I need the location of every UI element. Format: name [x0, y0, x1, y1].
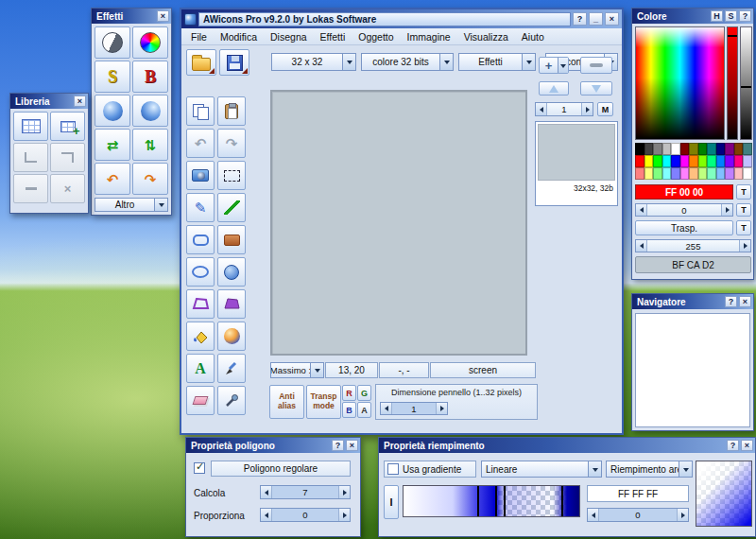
menu-oggetto[interactable]: Oggetto	[352, 29, 400, 44]
saturation-effect-button[interactable]: S	[94, 61, 130, 93]
channel-g-button[interactable]: G	[357, 385, 371, 401]
color-swatch[interactable]	[644, 143, 654, 155]
spinner-right-icon[interactable]	[338, 486, 350, 498]
polygon-tool[interactable]	[186, 289, 215, 319]
color-swatch[interactable]	[635, 143, 644, 155]
sphere2-effect-button[interactable]	[132, 95, 168, 127]
close-button[interactable]: ×	[739, 296, 751, 307]
brightness-effect-button[interactable]: B	[132, 61, 168, 93]
text-tool[interactable]: A	[186, 354, 215, 383]
help-button[interactable]: ?	[573, 12, 587, 26]
gradient-stop-marker[interactable]	[561, 486, 563, 516]
color-swatch[interactable]	[716, 143, 726, 155]
library-open-button[interactable]	[13, 112, 48, 141]
line-tool[interactable]	[217, 193, 246, 222]
menu-aiuto[interactable]: Aiuto	[515, 29, 551, 44]
paste-button[interactable]	[217, 96, 246, 126]
drawing-canvas[interactable]	[270, 90, 527, 356]
color-swatch[interactable]	[662, 143, 672, 155]
rounded-rect-tool[interactable]	[186, 225, 215, 254]
color-swatch[interactable]	[743, 143, 752, 155]
filled-polygon-tool[interactable]	[217, 289, 246, 319]
rotate-left-button[interactable]: ↶	[94, 163, 130, 195]
color-swatch[interactable]	[725, 155, 734, 167]
use-gradient-checkbox[interactable]	[387, 463, 399, 475]
zoom-dropdown[interactable]: Massimo :	[270, 362, 324, 378]
effects-titlebar[interactable]: Effetti ×	[92, 9, 171, 24]
filled-rect-tool[interactable]	[217, 225, 246, 254]
channel-r-button[interactable]: R	[342, 385, 356, 401]
spinner-left-icon[interactable]	[636, 204, 647, 216]
rotate-right-button[interactable]: ↷	[132, 163, 168, 195]
stop-color-field[interactable]: FF FF FF	[587, 485, 689, 502]
eraser-tool[interactable]	[186, 386, 215, 415]
capture-button[interactable]	[186, 161, 215, 190]
bg-transparent-button[interactable]: T	[736, 220, 751, 235]
menu-effetti[interactable]: Effetti	[314, 29, 352, 44]
spinner-right-icon[interactable]	[581, 103, 593, 115]
menu-file[interactable]: File	[184, 29, 214, 44]
chevron-down-icon[interactable]	[342, 54, 355, 70]
polygon-titlebar[interactable]: Proprietà poligono ? ×	[186, 438, 360, 453]
color-picker-field[interactable]	[635, 26, 725, 140]
invert-gradient-button[interactable]: I	[384, 485, 399, 519]
transparent-color-button[interactable]: Trasp.	[635, 220, 733, 235]
chevron-down-icon[interactable]	[558, 58, 568, 73]
chevron-down-icon[interactable]	[679, 461, 692, 477]
close-button[interactable]: ×	[741, 440, 753, 451]
color-swatch[interactable]	[689, 167, 698, 180]
color-swatch[interactable]	[671, 155, 680, 167]
opacity-spinner[interactable]: 255	[635, 239, 751, 252]
fg-transparent-button[interactable]: T	[736, 184, 751, 200]
sphere-effect-button[interactable]	[94, 95, 130, 127]
library-export-button[interactable]	[50, 143, 85, 172]
minimize-button[interactable]: _	[589, 12, 603, 26]
color-swatch[interactable]	[725, 143, 734, 155]
spinner-right-icon[interactable]	[338, 509, 350, 521]
fill-titlebar[interactable]: Proprietà riempimento ? ×	[379, 438, 755, 453]
library-delete-button[interactable]: ×	[50, 174, 85, 203]
size-dropdown[interactable]: 32 x 32	[271, 53, 356, 71]
brush-tool[interactable]	[217, 354, 246, 383]
library-remove-button[interactable]	[13, 174, 48, 203]
spinner-left-icon[interactable]	[636, 240, 647, 252]
hue-mode-button[interactable]: H	[711, 10, 723, 22]
color-swatch[interactable]	[707, 155, 716, 167]
color-swatch[interactable]	[689, 155, 698, 167]
chevron-down-icon[interactable]	[154, 199, 167, 211]
selected-image-cell[interactable]	[538, 124, 615, 181]
color-swatch[interactable]	[653, 155, 662, 167]
help-button[interactable]: ?	[332, 440, 344, 451]
color-titlebar[interactable]: Colore H S ?	[632, 9, 753, 24]
gradient-stop-marker[interactable]	[495, 486, 497, 516]
color-swatch[interactable]	[644, 155, 654, 167]
close-button[interactable]: ×	[605, 12, 619, 26]
color-swatch[interactable]	[653, 167, 662, 180]
spinner-right-icon[interactable]	[436, 403, 447, 414]
pencil-tool[interactable]: ✎	[186, 193, 215, 222]
frame-spinner[interactable]: 1	[535, 102, 593, 116]
gradient-stop-marker[interactable]	[477, 486, 479, 516]
help-button[interactable]: ?	[727, 440, 739, 451]
navigator-titlebar[interactable]: Navigatore ? ×	[632, 294, 753, 309]
colorize-effect-button[interactable]	[132, 26, 168, 59]
alpha-spinner[interactable]: 0	[635, 203, 733, 217]
color-swatch[interactable]	[725, 167, 734, 180]
chevron-down-icon[interactable]	[439, 54, 453, 70]
remove-image-button[interactable]	[580, 57, 612, 74]
effects-dropdown[interactable]: Effetti	[458, 53, 536, 71]
m-button[interactable]: M	[597, 102, 613, 116]
gradient-editor-strip[interactable]	[403, 485, 580, 517]
color-swatch[interactable]	[743, 167, 752, 180]
color-swatch[interactable]	[716, 155, 726, 167]
close-button[interactable]: ×	[346, 440, 358, 451]
color-swatch[interactable]	[653, 143, 662, 155]
menu-visualizza[interactable]: Visualizza	[457, 29, 515, 44]
color-swatch[interactable]	[698, 155, 708, 167]
chevron-down-icon[interactable]	[588, 461, 601, 477]
spinner-right-icon[interactable]	[739, 240, 750, 252]
color-swatch[interactable]	[635, 155, 644, 167]
menu-modifica[interactable]: Modifica	[214, 29, 264, 44]
close-button[interactable]: ×	[157, 10, 169, 22]
close-button[interactable]: ×	[74, 96, 86, 107]
